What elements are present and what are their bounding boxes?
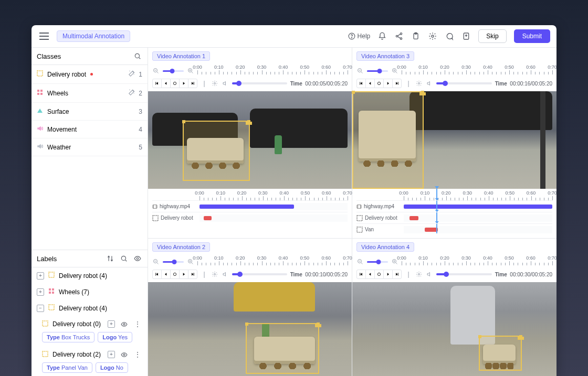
playhead[interactable] [436, 201, 437, 210]
hamburger-icon[interactable] [38, 30, 50, 42]
play-control-btn-1[interactable] [161, 79, 171, 88]
gear-icon[interactable] [211, 80, 218, 87]
play-control-btn-0[interactable] [356, 270, 366, 279]
zoom-out-icon[interactable] [152, 258, 160, 265]
expand-icon[interactable]: + [37, 272, 44, 280]
class-row[interactable]: Wheels 2 [32, 84, 148, 103]
play-control-btn-1[interactable] [161, 270, 171, 279]
audio-icon[interactable] [222, 80, 229, 87]
play-control-btn-1[interactable] [365, 270, 375, 279]
timeline-ruler[interactable]: 0:000:100:200:300:400:500:600:70 [404, 191, 552, 200]
frame-ruler[interactable]: 0:000:100:200:300:400:500:600:70 [402, 256, 552, 267]
video-frame[interactable] [148, 91, 352, 189]
help-button[interactable]: Help [348, 33, 371, 40]
video-frame[interactable] [148, 282, 352, 376]
bounding-box[interactable] [479, 336, 522, 371]
play-control-btn-4[interactable] [392, 79, 402, 88]
scrubber[interactable] [436, 273, 492, 275]
project-pill[interactable]: Multimodal Annotation [57, 30, 130, 42]
play-control-btn-4[interactable] [188, 79, 197, 88]
class-row[interactable]: Movement 4 [32, 121, 148, 138]
search-icon[interactable] [133, 51, 142, 61]
track-lane[interactable] [404, 214, 552, 222]
cell-title[interactable]: Video Annotation 4 [356, 242, 414, 252]
bounding-box[interactable] [246, 323, 319, 374]
track-lane[interactable] [200, 203, 348, 210]
skip-button[interactable]: Skip [478, 29, 506, 43]
attribute-chip[interactable]: Logo Yes [98, 332, 132, 342]
play-control-btn-3[interactable] [179, 270, 188, 279]
play-control-btn-4[interactable] [392, 270, 402, 279]
class-row[interactable]: Surface 3 [32, 103, 148, 121]
label-group[interactable]: + Delivery robot (4) [32, 267, 148, 284]
track-segment[interactable] [204, 216, 211, 220]
playhead[interactable] [436, 224, 437, 233]
video-frame[interactable] [352, 282, 556, 376]
scrubber[interactable] [436, 82, 492, 84]
scrubber[interactable] [232, 273, 287, 275]
label-instance[interactable]: Delivery robot (2) + ⋮ [37, 347, 148, 360]
expand-icon[interactable]: − [37, 305, 44, 312]
zoom-out-icon[interactable] [356, 258, 364, 265]
track-lane[interactable] [200, 214, 348, 222]
bounding-box[interactable] [183, 121, 250, 181]
eye-icon[interactable] [119, 319, 129, 329]
more-icon[interactable]: ⋮ [133, 319, 142, 329]
bounding-box[interactable] [352, 91, 424, 189]
add-icon[interactable]: + [108, 351, 115, 358]
eye-icon[interactable] [133, 254, 142, 263]
play-control-btn-3[interactable] [179, 79, 188, 88]
class-row[interactable]: Weather 5 [32, 138, 148, 156]
playhead[interactable] [436, 212, 437, 222]
scrubber[interactable] [232, 82, 287, 84]
play-control-btn-4[interactable] [188, 270, 197, 279]
label-group[interactable]: − Delivery robot (4) [32, 300, 148, 316]
eye-icon[interactable] [119, 350, 129, 359]
cell-title[interactable]: Video Annotation 2 [152, 242, 210, 252]
track-lane[interactable] [404, 203, 552, 210]
wand-icon[interactable] [128, 70, 135, 79]
audio-icon[interactable] [426, 80, 433, 87]
frame-ruler[interactable]: 0:000:100:200:300:400:500:600:70 [402, 65, 552, 77]
attribute-chip[interactable]: Type Panel Van [42, 362, 92, 373]
gear-icon[interactable] [211, 271, 218, 278]
play-control-btn-0[interactable] [152, 79, 162, 88]
zoom-out-icon[interactable] [152, 67, 160, 74]
settings-icon[interactable] [428, 31, 437, 41]
play-control-btn-2[interactable] [374, 79, 384, 88]
video-frame[interactable] [352, 91, 556, 189]
zoom-slider[interactable] [367, 261, 388, 263]
cell-title[interactable]: Video Annotation 1 [152, 51, 210, 61]
cell-title[interactable]: Video Annotation 3 [356, 51, 414, 61]
attribute-chip[interactable]: Logo No [96, 362, 128, 373]
zoom-slider[interactable] [163, 261, 184, 263]
add-icon[interactable]: + [108, 320, 115, 328]
track-segment[interactable] [404, 205, 552, 209]
track-segment[interactable] [410, 216, 418, 220]
more-icon[interactable]: ⋮ [133, 350, 142, 359]
comment-icon[interactable] [445, 31, 454, 41]
submit-button[interactable]: Submit [514, 29, 550, 43]
play-control-btn-2[interactable] [374, 270, 384, 279]
track-lane[interactable] [404, 226, 552, 233]
play-control-btn-0[interactable] [356, 79, 366, 88]
frame-ruler[interactable]: 0:000:100:200:300:400:500:600:70 [197, 65, 348, 77]
sort-icon[interactable] [106, 254, 115, 263]
expand-icon[interactable]: + [37, 288, 44, 296]
play-control-btn-0[interactable] [152, 270, 162, 279]
zoom-out-icon[interactable] [356, 67, 364, 74]
timeline-ruler[interactable]: 0:000:100:200:300:400:500:600:70 [200, 191, 348, 200]
clipboard-icon[interactable] [411, 31, 421, 41]
wand-icon[interactable] [128, 89, 135, 98]
label-instance[interactable]: Delivery robot (0) + ⋮ [37, 316, 148, 330]
zoom-slider[interactable] [163, 70, 184, 72]
zoom-slider[interactable] [367, 70, 388, 72]
track-segment[interactable] [200, 205, 294, 209]
track-segment[interactable] [425, 228, 438, 232]
audio-icon[interactable] [426, 271, 433, 278]
play-control-btn-3[interactable] [383, 270, 393, 279]
play-control-btn-3[interactable] [383, 79, 393, 88]
gear-icon[interactable] [415, 80, 423, 87]
share-icon[interactable] [394, 31, 404, 41]
gear-icon[interactable] [415, 271, 423, 278]
